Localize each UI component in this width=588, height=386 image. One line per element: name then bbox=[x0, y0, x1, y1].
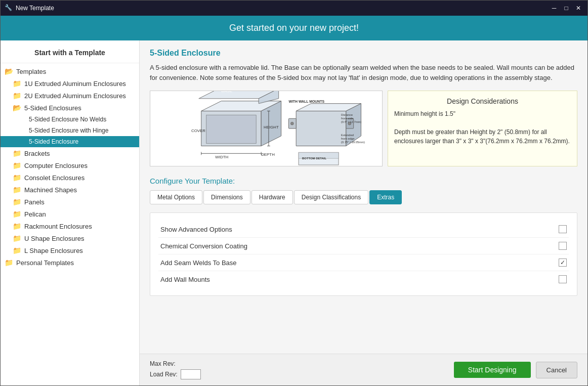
svg-text:WIDTH: WIDTH bbox=[215, 155, 228, 159]
svg-text:Distance: Distance bbox=[341, 113, 353, 116]
sidebar-item-5-sided-hinge[interactable]: 5-Sided Enclosure with Hinge bbox=[1, 125, 139, 136]
max-rev-row: Max Rev: bbox=[150, 360, 201, 367]
sidebar-item-1u-extruded[interactable]: 📁 1U Extruded Aluminum Enclosures bbox=[1, 77, 139, 90]
sidebar-item-machined-shapes[interactable]: 📁 Machined Shapes bbox=[1, 184, 139, 196]
wall-mounts-label: Add Wall Mounts bbox=[160, 276, 559, 283]
svg-text:BASE: BASE bbox=[221, 91, 232, 93]
sidebar-item-l-shape-enclosures[interactable]: 📁 L Shape Enclosures bbox=[1, 244, 139, 256]
sidebar-item-consolet-enclosures[interactable]: 📁 Consolet Enclosures bbox=[1, 171, 139, 184]
tab-extras[interactable]: Extras bbox=[369, 190, 402, 204]
svg-marker-3 bbox=[206, 115, 257, 143]
option-chemical-conversion: Chemical Conversion Coating bbox=[158, 238, 569, 254]
seam-welds-label: Add Seam Welds To Base bbox=[160, 259, 559, 267]
option-wall-mounts: Add Wall Mounts bbox=[158, 271, 569, 287]
folder-icon: 📁 bbox=[13, 222, 21, 230]
template-description: A 5-sided enclosure with a removable lid… bbox=[150, 63, 577, 82]
sidebar-item-personal-templates[interactable]: 📁 Personal Templates bbox=[1, 256, 139, 269]
chemical-conversion-checkbox[interactable] bbox=[559, 242, 567, 250]
chemical-conversion-label: Chemical Conversion Coating bbox=[160, 242, 559, 250]
close-button[interactable]: ✕ bbox=[573, 4, 583, 13]
svg-text:HEIGHT: HEIGHT bbox=[264, 125, 279, 130]
tab-metal-options[interactable]: Metal Options bbox=[150, 190, 202, 204]
load-rev-row: Load Rev: bbox=[150, 369, 201, 379]
svg-text:WITH WALL MOUNTS: WITH WALL MOUNTS bbox=[288, 100, 324, 103]
folder-open-icon: 📂 bbox=[13, 104, 21, 112]
bottom-right: Start Designing Cancel bbox=[454, 362, 577, 378]
window-controls: ─ □ ✕ bbox=[549, 4, 583, 13]
configure-title: Configure Your Template: bbox=[150, 177, 577, 185]
maximize-button[interactable]: □ bbox=[561, 4, 571, 13]
image-section: BASE COVER WIDTH DEPTH HEIGHT bbox=[140, 91, 587, 171]
svg-text:BOTTOM DETAIL: BOTTOM DETAIL bbox=[302, 157, 326, 160]
design-considerations: Design Considerations Minimum height is … bbox=[388, 91, 577, 166]
sidebar-item-5-sided-enclosure[interactable]: 5-Sided Enclosure bbox=[1, 136, 139, 147]
template-title: 5-Sided Enclosure bbox=[150, 49, 577, 58]
svg-text:DEPTH: DEPTH bbox=[261, 152, 275, 157]
bottom-left: Max Rev: Load Rev: bbox=[150, 360, 201, 379]
cancel-button[interactable]: Cancel bbox=[536, 362, 577, 378]
folder-open-icon: 📂 bbox=[5, 67, 13, 75]
svg-text:COVER: COVER bbox=[191, 128, 205, 133]
main-content: Start with a Template 📂 Templates 📁 1U E… bbox=[1, 40, 587, 385]
seam-welds-checkbox[interactable] bbox=[559, 259, 567, 267]
minimize-button[interactable]: ─ bbox=[549, 4, 559, 13]
folder-icon: 📁 bbox=[13, 234, 21, 242]
max-rev-label: Max Rev: bbox=[150, 360, 176, 367]
show-advanced-label: Show Advanced Options bbox=[160, 226, 559, 233]
tab-design-classifications[interactable]: Design Classifications bbox=[294, 190, 368, 204]
template-detail: 5-Sided Enclosure A 5-sided enclosure wi… bbox=[140, 40, 587, 91]
folder-icon: 📁 bbox=[13, 149, 21, 157]
enclosure-diagram: BASE COVER WIDTH DEPTH HEIGHT bbox=[150, 91, 383, 166]
sidebar-item-u-shape-enclosures[interactable]: 📁 U Shape Enclosures bbox=[1, 232, 139, 244]
svg-text:from side: from side bbox=[341, 117, 354, 120]
sidebar: Start with a Template 📂 Templates 📁 1U E… bbox=[1, 40, 140, 385]
folder-icon: 📁 bbox=[13, 79, 21, 88]
svg-marker-17 bbox=[296, 111, 346, 146]
svg-text:(0.75" / 19.05mm): (0.75" / 19.05mm) bbox=[341, 141, 365, 144]
extras-options: Show Advanced Options Chemical Conversio… bbox=[150, 212, 577, 296]
svg-text:Extended: Extended bbox=[341, 134, 354, 137]
configure-section: Configure Your Template: Metal Options D… bbox=[140, 171, 587, 301]
folder-icon: 📁 bbox=[13, 186, 21, 194]
title-bar: 🔧 New Template ─ □ ✕ bbox=[1, 1, 587, 16]
sidebar-item-pelican[interactable]: 📁 Pelican bbox=[1, 208, 139, 220]
option-seam-welds: Add Seam Welds To Base bbox=[158, 254, 569, 271]
folder-icon: 📁 bbox=[13, 92, 21, 100]
sidebar-item-5-sided-enclosures[interactable]: 📂 5-Sided Enclosures bbox=[1, 102, 139, 114]
svg-text:(0.5" / 12.7mm): (0.5" / 12.7mm) bbox=[341, 120, 362, 123]
image-box: BASE COVER WIDTH DEPTH HEIGHT bbox=[150, 91, 577, 166]
sidebar-item-brackets[interactable]: 📁 Brackets bbox=[1, 147, 139, 159]
start-designing-button[interactable]: Start Designing bbox=[454, 362, 531, 378]
sidebar-item-computer-enclosures[interactable]: 📁 Computer Enclosures bbox=[1, 159, 139, 171]
load-rev-input[interactable] bbox=[181, 369, 201, 379]
sidebar-item-2u-extruded[interactable]: 📁 2U Extruded Aluminum Enclosures bbox=[1, 90, 139, 102]
wall-mounts-checkbox[interactable] bbox=[559, 275, 567, 283]
sidebar-header: Start with a Template bbox=[1, 45, 139, 63]
svg-text:from edge: from edge bbox=[341, 137, 355, 140]
option-show-advanced: Show Advanced Options bbox=[158, 221, 569, 238]
design-considerations-title: Design Considerations bbox=[394, 97, 571, 105]
tab-dimensions[interactable]: Dimensions bbox=[203, 190, 250, 204]
folder-icon: 📁 bbox=[13, 174, 21, 182]
load-rev-label: Load Rev: bbox=[150, 371, 178, 378]
tab-hardware[interactable]: Hardware bbox=[251, 190, 293, 204]
design-considerations-text: Minimum height is 1.5" Depth must be gre… bbox=[394, 109, 571, 146]
sidebar-item-templates[interactable]: 📂 Templates bbox=[1, 65, 139, 77]
show-advanced-checkbox[interactable] bbox=[559, 225, 567, 233]
sidebar-item-5-sided-no-welds[interactable]: 5-Sided Enclosure No Welds bbox=[1, 114, 139, 125]
sidebar-item-rackmount-enclosures[interactable]: 📁 Rackmount Enclosures bbox=[1, 220, 139, 232]
folder-icon: 📁 bbox=[5, 259, 13, 267]
folder-icon: 📁 bbox=[13, 161, 21, 169]
tab-bar: Metal Options Dimensions Hardware Design… bbox=[150, 190, 577, 204]
folder-icon: 📁 bbox=[13, 210, 21, 218]
app-icon: 🔧 bbox=[5, 4, 13, 12]
window-title: New Template bbox=[16, 5, 549, 12]
folder-icon: 📁 bbox=[13, 246, 21, 254]
folder-icon: 📁 bbox=[13, 198, 21, 206]
right-panel: 5-Sided Enclosure A 5-sided enclosure wi… bbox=[140, 40, 587, 385]
sidebar-item-panels[interactable]: 📁 Panels bbox=[1, 196, 139, 208]
svg-point-22 bbox=[290, 122, 293, 125]
bottom-bar: Max Rev: Load Rev: Start Designing Cance… bbox=[140, 354, 587, 385]
window: 🔧 New Template ─ □ ✕ Get started on your… bbox=[0, 0, 588, 386]
header-banner: Get started on your new project! bbox=[1, 16, 587, 40]
